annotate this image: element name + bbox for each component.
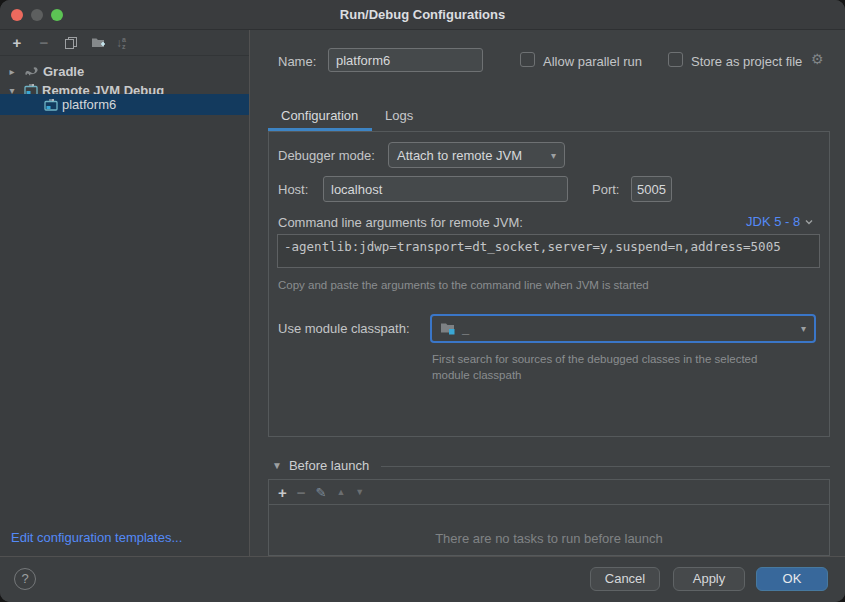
debugger-mode-dropdown[interactable]: Attach to remote JVM ▾ bbox=[388, 142, 565, 168]
host-label: Host: bbox=[278, 182, 308, 197]
gear-icon[interactable]: ⚙ bbox=[811, 51, 824, 67]
tab-configuration[interactable]: Configuration bbox=[281, 108, 358, 123]
tree-item-label: platform6 bbox=[62, 97, 116, 112]
module-folder-icon bbox=[440, 321, 458, 336]
jdk-version-label: JDK 5 - 8 bbox=[746, 214, 800, 229]
port-label: Port: bbox=[592, 182, 619, 197]
before-launch-task-list: There are no tasks to run before launch bbox=[268, 505, 830, 556]
debugger-mode-label: Debugger mode: bbox=[278, 148, 375, 163]
sort-configurations-icon[interactable]: ↓ az bbox=[116, 36, 126, 50]
before-launch-header[interactable]: ▼ Before launch bbox=[272, 458, 369, 473]
store-as-project-file-label: Store as project file bbox=[691, 54, 802, 69]
module-classpath-combo[interactable]: _ ▾ bbox=[430, 314, 816, 343]
allow-parallel-run-label: Allow parallel run bbox=[543, 54, 642, 69]
allow-parallel-run-checkbox[interactable] bbox=[520, 52, 535, 67]
name-input[interactable] bbox=[328, 48, 483, 72]
tree-item-label: Gradle bbox=[43, 64, 84, 79]
configuration-editor-panel: Name: Allow parallel run Store as projec… bbox=[251, 30, 845, 556]
port-input[interactable] bbox=[631, 176, 672, 202]
cmdline-arguments-box[interactable]: -agentlib:jdwp=transport=dt_socket,serve… bbox=[277, 234, 820, 268]
edit-configuration-templates-link[interactable]: Edit configuration templates... bbox=[11, 530, 182, 545]
cmdline-arguments-label: Command line arguments for remote JVM: bbox=[278, 215, 523, 230]
classpath-hint: First search for sources of the debugged… bbox=[432, 351, 757, 383]
chevron-down-icon bbox=[804, 218, 814, 226]
edit-task-icon[interactable]: ✎ bbox=[316, 485, 327, 500]
remote-debug-icon bbox=[44, 99, 58, 111]
new-folder-icon[interactable] bbox=[89, 34, 107, 52]
add-task-icon[interactable]: + bbox=[278, 484, 287, 501]
use-module-classpath-label: Use module classpath: bbox=[278, 321, 410, 336]
add-configuration-icon[interactable]: + bbox=[8, 34, 26, 52]
help-icon[interactable]: ? bbox=[14, 568, 36, 590]
remove-configuration-icon[interactable]: − bbox=[35, 34, 53, 52]
gradle-icon bbox=[24, 65, 39, 77]
before-launch-toolbar: + − ✎ ▲ ▼ bbox=[268, 479, 830, 505]
configurations-sidebar: + − ↓ az ▸ Gradle ▾ Remote bbox=[0, 30, 250, 556]
text-cursor: _ bbox=[462, 321, 469, 336]
dropdown-arrow-icon: ▾ bbox=[551, 150, 556, 161]
apply-button[interactable]: Apply bbox=[673, 567, 745, 591]
window-title: Run/Debug Configurations bbox=[0, 0, 845, 30]
host-input[interactable] bbox=[323, 176, 568, 202]
dialog-footer: ? Cancel Apply OK bbox=[0, 556, 845, 602]
dropdown-arrow-icon: ▾ bbox=[801, 323, 806, 334]
ok-button[interactable]: OK bbox=[756, 567, 828, 591]
remove-task-icon[interactable]: − bbox=[297, 484, 306, 501]
collapse-arrow-icon[interactable]: ▼ bbox=[272, 460, 282, 471]
empty-tasks-message: There are no tasks to run before launch bbox=[269, 531, 829, 546]
tab-logs[interactable]: Logs bbox=[385, 108, 413, 123]
title-bar: Run/Debug Configurations bbox=[0, 0, 845, 30]
name-label: Name: bbox=[278, 54, 316, 69]
copy-configuration-icon[interactable] bbox=[62, 34, 80, 52]
cancel-button[interactable]: Cancel bbox=[590, 567, 660, 591]
run-debug-configurations-dialog: Run/Debug Configurations + − ↓ az ▸ Grad… bbox=[0, 0, 845, 602]
section-divider bbox=[381, 466, 830, 467]
tree-item-platform6-selected[interactable]: platform6 bbox=[0, 94, 249, 115]
jdk-version-selector[interactable]: JDK 5 - 8 bbox=[746, 214, 814, 229]
before-launch-title: Before launch bbox=[289, 458, 369, 473]
tree-item-gradle[interactable]: ▸ Gradle bbox=[0, 61, 249, 81]
chevron-right-icon[interactable]: ▸ bbox=[6, 66, 18, 77]
move-down-icon[interactable]: ▼ bbox=[355, 487, 364, 497]
cmdline-hint: Copy and paste the arguments to the comm… bbox=[278, 279, 649, 291]
move-up-icon[interactable]: ▲ bbox=[336, 487, 345, 497]
sidebar-toolbar: + − ↓ az bbox=[0, 30, 249, 56]
debugger-mode-value: Attach to remote JVM bbox=[397, 148, 522, 163]
store-as-project-file-checkbox[interactable] bbox=[668, 52, 683, 67]
